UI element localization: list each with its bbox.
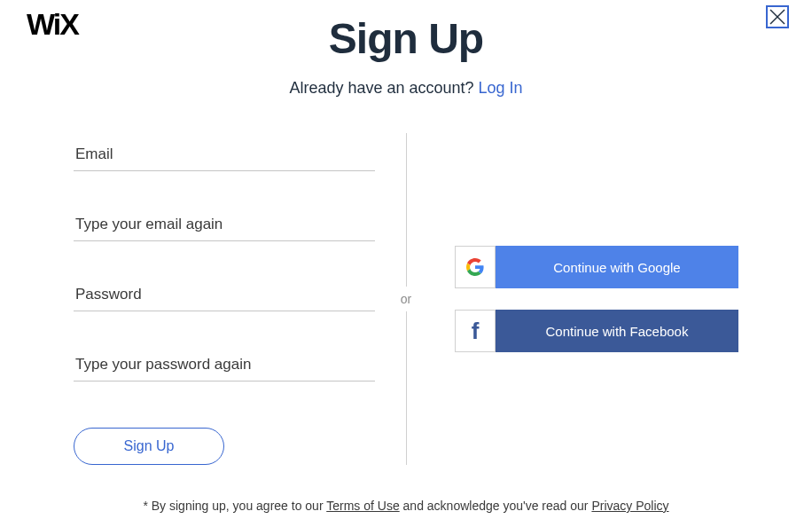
password-field[interactable] (74, 279, 375, 311)
divider: or (375, 133, 437, 465)
facebook-button-label: Continue with Facebook (496, 310, 738, 352)
subtitle-text: Already have an account? (289, 79, 478, 97)
email-confirm-field[interactable] (74, 208, 375, 241)
footer-disclaimer: * By signing up, you agree to our Terms … (0, 499, 812, 513)
privacy-policy-link[interactable]: Privacy Policy (591, 499, 668, 513)
page-title: Sign Up (0, 14, 812, 63)
continue-facebook-button[interactable]: f Continue with Facebook (455, 310, 738, 352)
login-link[interactable]: Log In (479, 79, 523, 97)
wix-logo: WiX (27, 7, 78, 42)
email-field[interactable] (74, 138, 375, 171)
continue-google-button[interactable]: Continue with Google (455, 246, 738, 288)
password-confirm-field[interactable] (74, 349, 375, 381)
social-buttons: Continue with Google f Continue with Fac… (437, 246, 738, 352)
facebook-icon: f (455, 310, 496, 352)
subtitle: Already have an account? Log In (0, 79, 812, 98)
close-icon (769, 9, 785, 25)
footer-prefix: * By signing up, you agree to our (143, 499, 326, 513)
close-button[interactable] (766, 5, 789, 28)
terms-of-use-link[interactable]: Terms of Use (326, 499, 399, 513)
divider-label: or (401, 287, 411, 311)
signup-form: Sign Up (74, 133, 375, 465)
signup-button[interactable]: Sign Up (74, 428, 224, 465)
footer-middle: and acknowledge you've read our (400, 499, 592, 513)
google-icon (455, 246, 496, 288)
google-button-label: Continue with Google (496, 246, 738, 288)
